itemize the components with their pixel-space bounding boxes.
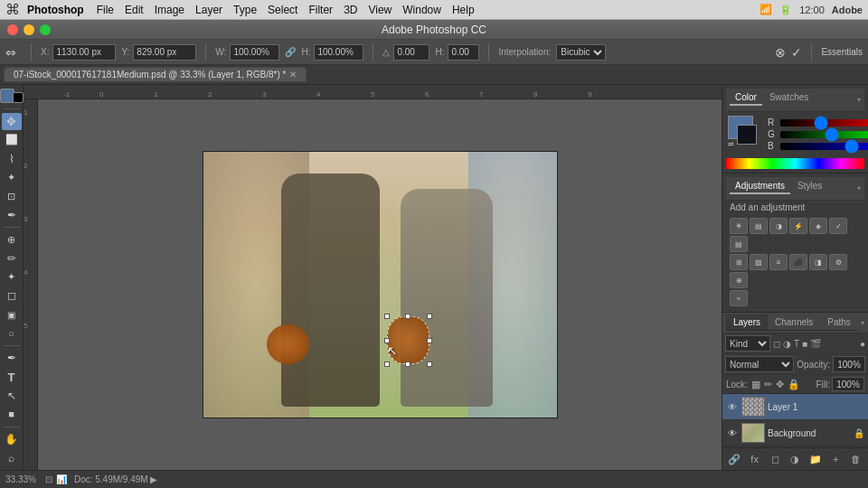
app-name[interactable]: Photoshop bbox=[27, 4, 84, 16]
filter-pixel-icon[interactable]: ◻ bbox=[773, 339, 780, 349]
rotation-input[interactable] bbox=[393, 44, 429, 61]
shape-tool[interactable]: ■ bbox=[2, 406, 22, 423]
minimize-button[interactable] bbox=[24, 24, 34, 35]
transform-handle-br[interactable] bbox=[427, 361, 432, 367]
layer-item-layer1[interactable]: 👁 Layer 1 bbox=[722, 394, 868, 420]
b-slider[interactable] bbox=[780, 143, 868, 150]
menu-window[interactable]: Window bbox=[402, 4, 441, 16]
fill-input[interactable] bbox=[832, 377, 864, 391]
spot-heal-tool[interactable]: ⊕ bbox=[2, 231, 22, 249]
tab-channels[interactable]: Channels bbox=[768, 314, 820, 330]
background-swatch[interactable] bbox=[737, 125, 757, 145]
layer-item-background[interactable]: 👁 Background 🔒 bbox=[722, 420, 868, 446]
brush-tool[interactable]: ✏ bbox=[2, 250, 22, 267]
g-slider[interactable] bbox=[780, 131, 868, 138]
menu-file[interactable]: File bbox=[97, 4, 114, 16]
apple-logo[interactable]: ⌘ bbox=[5, 1, 20, 18]
adj-invert[interactable]: ⬛ bbox=[789, 254, 807, 270]
essentials-label[interactable]: Essentials bbox=[821, 47, 863, 57]
adj-hsl[interactable]: ✓ bbox=[829, 218, 847, 234]
menu-layer[interactable]: Layer bbox=[195, 4, 222, 16]
commit-transform-icon[interactable]: ✓ bbox=[791, 45, 802, 60]
transform-handle-tr[interactable] bbox=[427, 314, 432, 319]
adj-channel-mix[interactable]: ▨ bbox=[750, 254, 768, 270]
hand-tool[interactable]: ✋ bbox=[2, 431, 22, 448]
link-layers-button[interactable]: 🔗 bbox=[726, 451, 742, 467]
tab-layers[interactable]: Layers bbox=[726, 314, 768, 330]
tab-paths[interactable]: Paths bbox=[820, 314, 858, 330]
quick-select-tool[interactable]: ✦ bbox=[2, 169, 22, 186]
w-input[interactable] bbox=[230, 44, 279, 61]
adj-cb[interactable]: ▤ bbox=[730, 236, 748, 252]
gradient-tool[interactable]: ▣ bbox=[2, 306, 22, 324]
adj-color-lookup[interactable]: ≡ bbox=[769, 254, 788, 270]
transform-handle-bc[interactable] bbox=[405, 361, 410, 367]
lock-paint-icon[interactable]: ✏ bbox=[764, 379, 772, 390]
filter-adj-icon[interactable]: ◑ bbox=[783, 339, 791, 349]
adj-exposure[interactable]: ⚡ bbox=[789, 218, 807, 234]
tab-swatches[interactable]: Swatches bbox=[764, 90, 814, 106]
document-tab[interactable]: 07-iStock_000017617181Medium.psd @ 33.3%… bbox=[4, 67, 307, 82]
adj-panel-collapse[interactable]: ▾ bbox=[857, 184, 861, 192]
eraser-tool[interactable]: ◻ bbox=[2, 287, 22, 305]
adj-gradient-map[interactable]: ⊕ bbox=[730, 272, 748, 288]
close-tab-icon[interactable]: ✕ bbox=[289, 70, 297, 80]
lock-move-icon[interactable]: ✥ bbox=[776, 379, 784, 390]
filter-shape-icon[interactable]: ■ bbox=[802, 339, 807, 349]
clone-stamp-tool[interactable]: ✦ bbox=[2, 268, 22, 286]
new-layer-button[interactable]: + bbox=[827, 451, 844, 467]
menu-edit[interactable]: Edit bbox=[125, 4, 144, 16]
menu-help[interactable]: Help bbox=[452, 4, 475, 16]
menu-filter[interactable]: Filter bbox=[308, 4, 333, 16]
lasso-tool[interactable]: ⌇ bbox=[2, 150, 22, 167]
swap-colors-icon[interactable]: ⇄ bbox=[728, 140, 734, 148]
text-tool[interactable]: T bbox=[2, 369, 22, 386]
lock-transparent-icon[interactable]: ▦ bbox=[751, 379, 760, 390]
r-slider[interactable] bbox=[780, 119, 868, 127]
adj-posterize[interactable]: ◨ bbox=[809, 254, 827, 270]
close-button[interactable] bbox=[7, 24, 18, 35]
x-input[interactable] bbox=[52, 44, 116, 61]
color-panel-collapse[interactable]: ▾ bbox=[857, 96, 861, 104]
crop-tool[interactable]: ⊡ bbox=[2, 188, 22, 205]
eyedropper-tool[interactable]: ✒ bbox=[2, 206, 22, 223]
transform-handle-tc[interactable] bbox=[405, 314, 410, 319]
background-color-swatch[interactable] bbox=[13, 92, 24, 103]
adj-selective-color[interactable]: ≈ bbox=[730, 290, 748, 306]
h-skew-input[interactable] bbox=[448, 44, 479, 61]
lock-all-icon[interactable]: 🔒 bbox=[788, 379, 800, 390]
tab-adjustments[interactable]: Adjustments bbox=[730, 179, 790, 194]
dodge-tool[interactable]: ○ bbox=[2, 324, 22, 342]
delete-layer-button[interactable]: 🗑 bbox=[848, 451, 864, 467]
transform-handle-mr[interactable] bbox=[427, 338, 432, 343]
adj-ps[interactable]: ⊞ bbox=[730, 254, 748, 270]
add-mask-button[interactable]: ◻ bbox=[767, 451, 783, 467]
menu-type[interactable]: Type bbox=[233, 4, 257, 16]
filter-toggle[interactable]: ● bbox=[860, 339, 865, 349]
color-spectrum[interactable] bbox=[726, 158, 864, 169]
add-adjustment-button[interactable]: ◑ bbox=[787, 451, 803, 467]
cancel-transform-icon[interactable]: ⊗ bbox=[775, 45, 786, 60]
transform-handle-tl[interactable] bbox=[384, 314, 390, 319]
filter-text-icon[interactable]: T bbox=[794, 339, 799, 349]
transform-handle-bl[interactable] bbox=[384, 361, 390, 367]
menu-select[interactable]: Select bbox=[268, 4, 297, 16]
filter-smartobj-icon[interactable]: 🎬 bbox=[810, 339, 821, 349]
more-status-arrow[interactable]: ▶ bbox=[150, 474, 157, 484]
menu-image[interactable]: Image bbox=[155, 4, 184, 16]
zoom-tool[interactable]: ⌕ bbox=[2, 449, 22, 466]
layers-panel-collapse[interactable]: ▾ bbox=[861, 319, 864, 327]
marquee-tool[interactable]: ⬜ bbox=[2, 132, 22, 149]
path-select-tool[interactable]: ↖ bbox=[2, 387, 22, 404]
zoom-controls[interactable]: ⊡ bbox=[45, 474, 52, 484]
document-canvas[interactable]: ↖ bbox=[203, 151, 558, 418]
background-visibility-toggle[interactable]: 👁 bbox=[726, 427, 739, 439]
adj-levels[interactable]: ▤ bbox=[750, 218, 768, 234]
blend-mode-select[interactable]: Normal bbox=[725, 356, 794, 372]
tab-color[interactable]: Color bbox=[730, 90, 762, 106]
opacity-input[interactable] bbox=[833, 356, 865, 372]
move-tool[interactable]: ✥ bbox=[2, 113, 22, 130]
adj-curves[interactable]: ◑ bbox=[769, 218, 788, 234]
tab-styles[interactable]: Styles bbox=[792, 179, 827, 194]
add-group-button[interactable]: 📁 bbox=[807, 451, 824, 467]
